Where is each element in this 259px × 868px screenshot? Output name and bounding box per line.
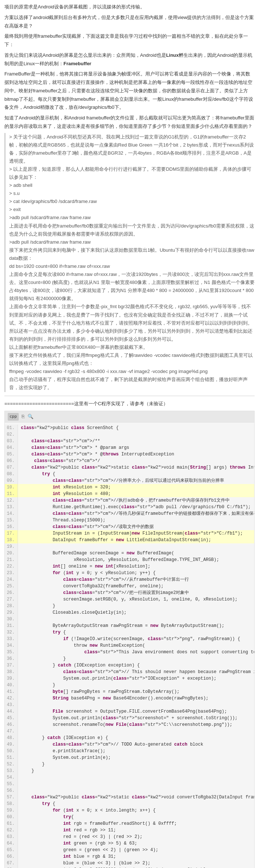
line-number: 45. <box>5 715 18 721</box>
code-line: 13. Runtime.getRuntime().exec(class="str… <box>5 504 254 510</box>
line-code: into[x] = 0xff000000 | (red << 16) | (gr… <box>21 867 214 868</box>
line-number: 19. <box>5 543 18 550</box>
line-code: int xResolution = 320; <box>21 484 111 491</box>
line-code: ByteArrayOutputStream rawPngStream = new… <box>21 623 225 629</box>
cmd-cat: > cat /dev/graphics/fb0 /sdcard/frame.ra… <box>9 197 255 206</box>
line-code: xResolution, yResolution, BufferedImage.… <box>21 557 219 563</box>
cli-cmd4: ffmpeg -vcodec rawvideo -f rgb32 -s 480x… <box>9 367 255 376</box>
code-line: 34. throw new RuntimeException( <box>5 642 254 649</box>
line-number: 22. <box>5 563 18 570</box>
code-line: 18. DataInput frameBuffer = new LittleEn… <box>5 537 254 543</box>
code-line: 09. class=class="str">"cm">//分辨率大小，后续可以通… <box>5 477 254 484</box>
code-line: 43. <box>5 702 254 708</box>
code-line: 60. try{ <box>5 814 254 820</box>
code-line: 36. } <box>5 655 254 662</box>
line-code: class=class="str">"cm">// This should ne… <box>21 669 254 675</box>
code-line: 10. int xResolution = 320; <box>5 484 254 491</box>
code-line: 42. String base64Png = new Base64Encoder… <box>5 695 254 702</box>
line-code: } <box>21 768 34 774</box>
code-line: 22. int[] oneline = new int[xResolution]… <box>5 563 254 570</box>
cli-title: > 关于这个问题，Android不同机型还真不同。我在网上找到过一篇文章说的G1… <box>9 133 255 165</box>
line-number: 38. <box>5 669 18 675</box>
code-line: 67. blue = (blue << 3) | (blue >> 2); <box>5 860 254 867</box>
line-number: 26. <box>5 590 18 596</box>
code-line: 27. screenImage.setRGB(0, y, xResolution… <box>5 596 254 603</box>
code-line: 61. int rgb = frameBuffer.readShort() & … <box>5 820 254 827</box>
search-icon[interactable]: 🔍 <box>28 413 33 421</box>
line-code: } <box>21 682 55 688</box>
code-line: 08. try { <box>5 471 254 477</box>
article-intro: 项目的原需求是Android设备的屏幕截图，并以流媒体的形式传输。 方案以选择了… <box>4 3 255 49</box>
code-line: 37. } catch (IOException exception) { <box>5 662 254 669</box>
line-number: 23. <box>5 570 18 576</box>
line-code: for (int y = 0; y < yResolution; y++) { <box>21 570 156 576</box>
code-line: 11. int yResolution = 480; <box>5 491 254 497</box>
cli-desc2: 接下来把文件拷贝回来到电脑中，接下来我们从这原始数据里取出1帧。Ubuntu下有… <box>9 246 255 262</box>
cmd-adb-pull: >adb pull /sdcard/frame.raw frame.raw <box>9 214 255 222</box>
line-code: class=class="str">"cm">//分辨率大小，后续可以通过代码来… <box>21 477 224 484</box>
line-code: blue = (blue << 3) | (blue >> 2); <box>21 860 150 867</box>
cmd-exit: > exit <box>9 206 255 214</box>
line-number: 59. <box>5 807 18 814</box>
line-number: 13. <box>5 504 18 510</box>
code-line: 15. Thread.sleep(15000); <box>5 517 254 524</box>
article-content: 项目的原需求是Android设备的屏幕截图，并以流媒体的形式传输。 方案以选择了… <box>0 0 259 868</box>
code-line: 05. class=class="str">"cm"> * @throws In… <box>5 451 254 458</box>
line-number: 10. <box>5 484 18 491</box>
cli-para-end: 以上面解析把framebuffer中正常800X480一屏幕的数据裁截下来。 <box>9 343 255 351</box>
line-code: screenImage.setRGB(0, y, xResolution, 1,… <box>21 596 238 603</box>
line-code: int green = (rgb >> 5) & 63; <box>21 840 137 847</box>
line-code: class=class="str">"cm"> * @param args <box>21 444 129 451</box>
code-line: 52. } <box>5 761 254 768</box>
line-number: 35. <box>5 649 18 655</box>
line-number: 64. <box>5 840 18 847</box>
code-line: 58. try { <box>5 801 254 807</box>
line-number: 07. <box>5 464 18 471</box>
line-number: 46. <box>5 721 18 728</box>
code-body: 01.class="kw2">public class ScreenShot {… <box>5 422 254 868</box>
line-number: 01. <box>5 425 18 431</box>
code-line: 26. class=class="str">"cm">//把一行画设置到imag… <box>5 590 254 596</box>
code-line: 30. <box>5 616 254 623</box>
line-code: convertToRgba32(frameBuffer, oneline); <box>21 583 164 590</box>
para3: 知道了Android的显示机制，和Android framebuffer的文件位… <box>4 114 255 131</box>
copy-icon[interactable]: ⎘ <box>22 413 25 421</box>
code-line: 07. class="kw2">public class="kw2">stati… <box>5 464 254 471</box>
line-number: 14. <box>5 510 18 517</box>
code-line: 40. } <box>5 682 254 688</box>
code-line: 21. xResolution, yResolution, BufferedIm… <box>5 557 254 563</box>
code-line: 17. InputStream in = (InputStream)new Fi… <box>5 530 254 537</box>
line-code: String base64Png = new Base64Encoder().e… <box>21 695 208 702</box>
line-code: class="kw2">public class="kw2">static cl… <box>21 464 254 471</box>
line-number: 53. <box>5 768 18 774</box>
cli-cmd3: dd bs=1920 count=800 if=frame.raw of=xxx… <box>9 262 255 270</box>
line-number: 42. <box>5 695 18 702</box>
code-line: 24. class=class="str">"cm">//从framebuffe… <box>5 576 254 583</box>
cli-para: > 以上是原理，知道原理，那么人人都能用命令行行行进行截屏了。不需要DDMS里面… <box>9 165 255 181</box>
line-code: throw new RuntimeException( <box>21 642 145 649</box>
line-number: 56. <box>5 787 18 794</box>
line-code: class="kw2">public class="kw2">static cl… <box>21 794 254 801</box>
section-title: 首先让我们来说说Android的屏幕是怎么显示出来的：众所周知，Android也… <box>4 51 255 68</box>
code-line: 50. e.printStackTrace(); <box>5 748 254 754</box>
line-code: try { <box>21 629 66 636</box>
code-line: 62. int red = rgb >> 11; <box>5 827 254 834</box>
line-code: class="kw2">public class ScreenShot { <box>21 425 118 431</box>
code-line: 55. <box>5 781 254 787</box>
line-number: 08. <box>5 471 18 477</box>
framebuffer-desc: FrameBuffer是一种机制，他将其接口将显示设备抽象为帧缓冲区。用户可以将… <box>4 70 255 112</box>
cli-automate-note: 自己动手的话骚有了，程序实现自然也就不难了，剩下的就是截屏的时候给声音画应两个组… <box>9 376 255 392</box>
line-number: 60. <box>5 814 18 820</box>
line-number: 32. <box>5 629 18 636</box>
line-number: 11. <box>5 491 18 497</box>
line-code: int[] oneline = new int[xResolution]; <box>21 563 150 570</box>
line-code: int blue = rgb & 31; <box>21 853 116 860</box>
para1: 方案以选择了android截屏到后台有多种方式，但是大多数只是在应用内截屏，使用… <box>4 14 255 30</box>
code-line: 38. class=class="str">"cm">// This shoul… <box>5 669 254 675</box>
line-number: 63. <box>5 834 18 840</box>
line-number: 52. <box>5 761 18 768</box>
code-line: 20. BufferedImage screenImage = new Buff… <box>5 550 254 557</box>
line-code: class=class="str">"cm">//等待几秒保证framebuff… <box>21 510 254 517</box>
line-code: System.out.println(class="str">"screensh… <box>21 715 238 721</box>
code-line: 29. Closeables.closeQuietly(in); <box>5 609 254 616</box>
